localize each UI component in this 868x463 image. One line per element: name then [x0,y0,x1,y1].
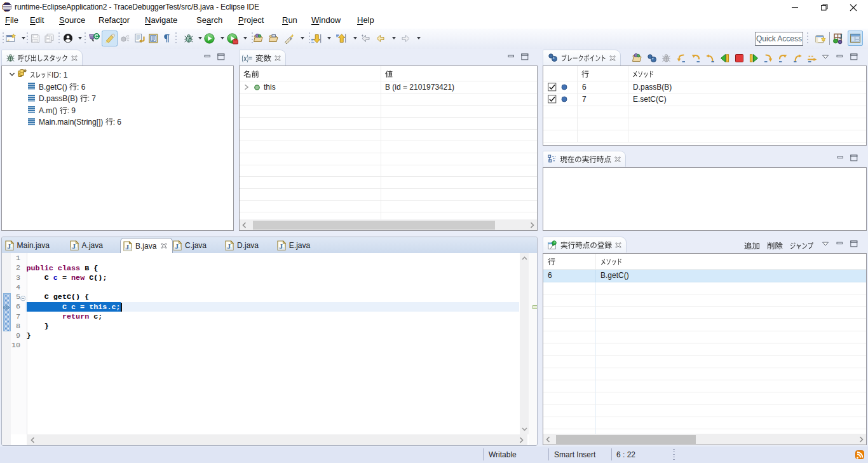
svg-text:J: J [279,242,283,250]
svg-text:J: J [227,242,231,250]
svg-text:J: J [126,242,130,250]
svg-text:J: J [72,242,76,250]
svg-text:J: J [175,242,179,250]
svg-text:J: J [7,242,11,250]
svg-text:J: J [839,33,843,40]
